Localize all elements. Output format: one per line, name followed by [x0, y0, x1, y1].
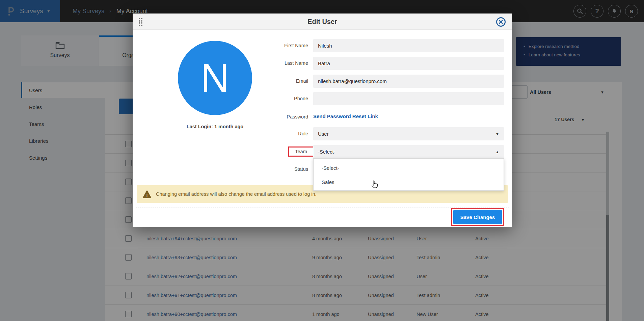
breadcrumb-separator-icon: ›	[109, 8, 111, 15]
table-row: nilesh.batra+92+cctest@questionpro.com 8…	[105, 267, 607, 286]
edit-user-modal: Edit User N Last Login: 1 month ago Firs…	[133, 14, 512, 227]
cell-team: Unassigned	[368, 229, 394, 248]
promo-box: •Explore research method •Learn about ne…	[516, 37, 621, 66]
role-select[interactable]: User ▼	[313, 127, 504, 140]
chevron-up-icon: ▲	[495, 150, 499, 154]
last-name-field[interactable]	[313, 57, 504, 70]
row-checkbox[interactable]	[125, 273, 132, 279]
modal-header: Edit User	[133, 14, 512, 30]
email-field[interactable]	[313, 75, 504, 88]
tab-surveys-label: Surveys	[21, 52, 99, 58]
cell-role: Test admin	[417, 248, 440, 267]
cell-status: Active	[475, 286, 489, 305]
cell-team: Unassigned	[368, 248, 394, 267]
table-row: nilesh.batra+94+cctest@questionpro.com 4…	[105, 229, 607, 248]
cell-email[interactable]: nilesh.batra+93+cctest@questionpro.com	[146, 248, 237, 267]
help-icon[interactable]: ?	[591, 5, 603, 18]
sidebar-item-teams[interactable]: Teams	[21, 116, 105, 132]
cell-status: Active	[475, 305, 489, 321]
row-checkbox[interactable]	[125, 160, 132, 166]
users-count-select[interactable]: 17 Users▼	[555, 117, 585, 122]
scrollbar-thumb[interactable]	[606, 215, 609, 321]
row-checkbox[interactable]	[125, 311, 132, 317]
breadcrumb-my-surveys[interactable]: My Surveys	[73, 8, 104, 15]
navbar-actions: ? N	[573, 5, 638, 18]
cell-last-login: 1 month ago	[312, 305, 340, 321]
promo-link-research[interactable]: •Explore research method	[524, 44, 621, 49]
folder-icon	[21, 42, 99, 50]
cell-status: Active	[475, 229, 489, 248]
sidebar-item-settings[interactable]: Settings	[21, 150, 105, 165]
cell-status: Active	[475, 267, 489, 286]
save-changes-button[interactable]: Save Changes	[453, 210, 502, 224]
questionpro-logo-icon	[7, 6, 16, 17]
email-label: Email	[261, 75, 308, 88]
cell-role: Test admin	[417, 286, 440, 305]
product-switcher[interactable]: Surveys ▼	[0, 0, 60, 22]
row-checkbox[interactable]	[125, 197, 132, 204]
phone-label: Phone	[261, 92, 308, 105]
tab-surveys[interactable]: Surveys	[21, 35, 99, 66]
chevron-down-icon: ▼	[600, 90, 604, 94]
cell-team: Unassigned	[368, 286, 394, 305]
bullet-icon: •	[524, 52, 525, 57]
role-label: Role	[261, 127, 308, 140]
sidebar-item-users[interactable]: Users	[21, 82, 105, 98]
row-checkbox[interactable]	[125, 254, 132, 261]
team-label-highlight: Team	[288, 146, 314, 157]
cell-last-login: 8 months ago	[312, 286, 342, 305]
search-icon[interactable]	[573, 5, 586, 18]
cell-email[interactable]: nilesh.batra+92+cctest@questionpro.com	[146, 267, 237, 286]
row-checkbox[interactable]	[125, 216, 132, 223]
row-checkbox[interactable]	[125, 179, 132, 185]
close-icon[interactable]	[496, 17, 506, 27]
row-checkbox[interactable]	[125, 235, 132, 242]
save-button-highlight: Save Changes	[451, 208, 504, 226]
first-name-label: First Name	[261, 39, 308, 52]
cell-email[interactable]: nilesh.batra+94+cctest@questionpro.com	[146, 229, 237, 248]
sidebar-item-roles[interactable]: Roles	[21, 99, 105, 115]
users-filter-value: All Users	[530, 89, 551, 95]
cell-team: Unassigned	[368, 305, 394, 321]
cell-email[interactable]: nilesh.batra+91+cctest@questionpro.com	[146, 286, 237, 305]
status-label: Status	[261, 163, 308, 176]
chevron-down-icon: ▼	[495, 132, 499, 136]
row-checkbox[interactable]	[125, 292, 132, 298]
send-password-reset-link[interactable]: Send Password Reset Link	[313, 113, 378, 119]
notifications-icon[interactable]	[608, 5, 621, 18]
table-row: nilesh.batra+91+cctest@questionpro.com 8…	[105, 286, 607, 305]
cell-status: Active	[475, 248, 489, 267]
cell-team: Unassigned	[368, 267, 394, 286]
app-root: Surveys ▼ My Surveys › My Account ? N Su…	[0, 0, 644, 321]
team-option-sales[interactable]: Sales	[314, 175, 504, 189]
last-name-label: Last Name	[261, 57, 308, 70]
user-avatar[interactable]: N	[625, 5, 638, 18]
team-dropdown-menu: -Select- Sales	[313, 158, 504, 191]
warning-icon: !	[142, 190, 152, 198]
modal-title: Edit User	[133, 14, 512, 30]
sidebar-item-libraries[interactable]: Libraries	[21, 133, 105, 149]
last-login-text: Last Login: 1 month ago	[164, 124, 266, 129]
cell-role: New User	[417, 305, 438, 321]
team-option-select[interactable]: -Select-	[314, 161, 504, 175]
phone-field[interactable]	[313, 92, 504, 105]
promo-link-features[interactable]: •Learn about new features	[524, 52, 621, 57]
chevron-down-icon: ▼	[581, 118, 585, 122]
bullet-icon: •	[524, 44, 525, 49]
team-value: -Select-	[318, 149, 336, 155]
password-label: Password	[261, 110, 308, 124]
table-row: nilesh.batra+93+cctest@questionpro.com 9…	[105, 248, 607, 267]
table-row: nilesh.batra+90+cctest@questionpro.com 1…	[105, 305, 607, 321]
first-name-field[interactable]	[313, 39, 504, 52]
cell-last-login: 9 months ago	[312, 248, 342, 267]
role-value: User	[318, 131, 329, 137]
cell-role: User	[417, 229, 427, 248]
avatar: N	[178, 41, 252, 115]
cell-email[interactable]: nilesh.batra+90+cctest@questionpro.com	[146, 305, 237, 321]
cell-role: User	[417, 267, 427, 286]
team-select[interactable]: -Select- ▲	[313, 145, 504, 158]
chevron-down-icon: ▼	[47, 9, 51, 14]
users-filter-select[interactable]: All Users ▼	[530, 85, 607, 99]
row-checkbox[interactable]	[125, 141, 132, 147]
cell-last-login: 4 months ago	[312, 229, 342, 248]
